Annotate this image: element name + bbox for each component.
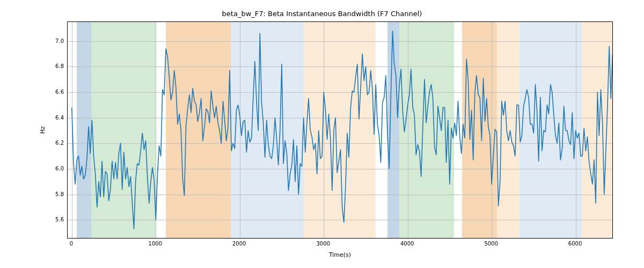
y-tick-label: 7.0 [49,38,64,43]
y-tick-label: 6.8 [49,63,64,69]
x-tick-label: 4000 [400,241,414,247]
x-tick-label: 6000 [568,241,582,247]
x-tick-label: 1000 [149,241,162,247]
y-axis-label: Hz [39,21,46,239]
y-tick-label: 6.2 [49,140,64,146]
line-series [68,22,613,239]
plot-area [67,21,613,239]
y-tick-label: 6.4 [49,114,64,120]
y-tick-label: 5.8 [49,191,64,197]
x-tick-label: 3000 [316,241,330,247]
x-tick-label: 2000 [232,241,246,247]
y-tick-label: 5.6 [49,217,64,222]
y-tick-label: 6.6 [49,89,64,95]
x-tick-label: 5000 [484,241,497,247]
chart-title: beta_bw_F7: Beta Instantaneous Bandwidth… [0,10,644,18]
x-tick-label: 0 [70,241,73,247]
y-tick-label: 6.0 [49,165,64,171]
series-line [72,31,613,229]
x-axis-label: Time(s) [67,251,613,258]
figure: beta_bw_F7: Beta Instantaneous Bandwidth… [0,0,644,268]
